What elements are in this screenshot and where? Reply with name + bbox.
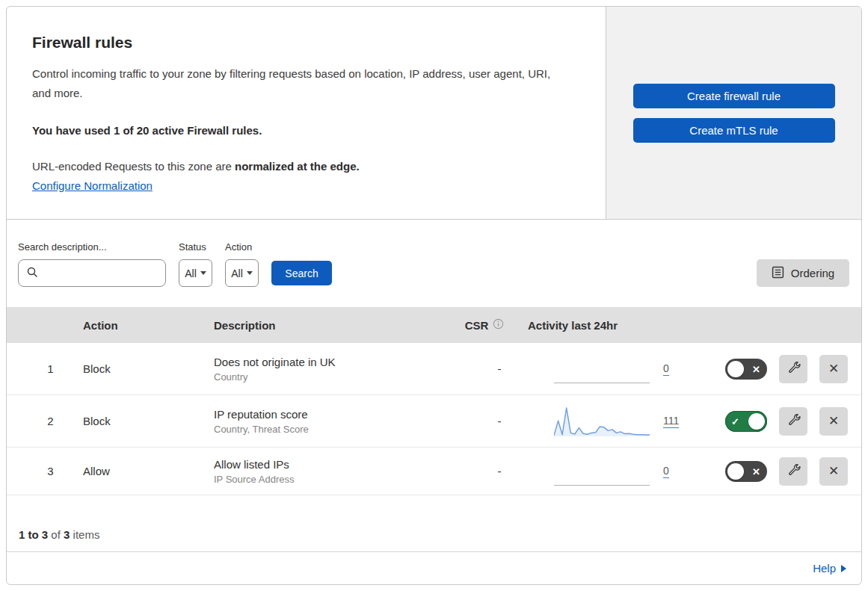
- rule-description: Allow listed IPs IP Source Address: [209, 458, 451, 485]
- pagination-range: 1 to 3: [19, 528, 48, 541]
- flat-activity-line: [554, 485, 650, 486]
- column-activity: Activity last 24hr: [518, 319, 705, 332]
- status-filter-group: Status All: [179, 241, 212, 287]
- ordering-button[interactable]: Ordering: [757, 259, 849, 287]
- filter-bar: Search description... Status All Action …: [7, 220, 861, 307]
- ordering-list-icon: [772, 266, 784, 281]
- normalization-note-bold: normalized at the edge.: [235, 160, 360, 173]
- wrench-icon: [787, 413, 801, 430]
- rule-action: Block: [78, 362, 209, 375]
- search-box[interactable]: [18, 259, 166, 287]
- normalization-note: URL-encoded Requests to this zone are no…: [32, 160, 576, 173]
- pagination-of: of: [48, 528, 64, 541]
- toggle-knob: [727, 361, 744, 377]
- hero-actions-panel: Create firewall rule Create mTLS rule: [606, 7, 861, 219]
- create-mtls-rule-button[interactable]: Create mTLS rule: [633, 118, 835, 143]
- check-icon: ✓: [731, 415, 739, 427]
- column-action: Action: [78, 319, 209, 332]
- rule-controls: ✓ ✕ ✕: [705, 355, 861, 383]
- wrench-icon: [787, 361, 801, 377]
- rule-description-title: IP reputation score: [214, 408, 451, 421]
- rule-csr-value: -: [451, 465, 518, 477]
- activity-sparkline: [554, 353, 650, 386]
- status-select[interactable]: All: [179, 259, 212, 287]
- rule-description-title: Allow listed IPs: [214, 458, 451, 471]
- close-icon: ✕: [828, 361, 839, 377]
- status-select-value: All: [185, 267, 197, 279]
- status-label: Status: [179, 241, 212, 253]
- info-icon[interactable]: [493, 318, 504, 332]
- rule-description-fields: IP Source Address: [214, 474, 451, 485]
- page-title: Firewall rules: [32, 34, 576, 52]
- flat-activity-line: [554, 383, 650, 383]
- x-icon: ✕: [752, 465, 760, 477]
- rule-activity: 0: [518, 455, 705, 488]
- rule-description-fields: Country: [214, 371, 451, 383]
- search-group: Search description...: [18, 241, 166, 287]
- rule-description-title: Does not originate in UK: [214, 356, 451, 368]
- rule-controls: ✓ ✕ ✕: [705, 457, 861, 486]
- toggle-knob: [748, 413, 765, 430]
- help-row: Help: [7, 552, 861, 584]
- rule-action: Allow: [78, 465, 209, 477]
- usage-summary: You have used 1 of 20 active Firewall ru…: [32, 124, 576, 137]
- rule-description-fields: Country, Threat Score: [214, 424, 451, 435]
- table-row: 1 Block Does not originate in UK Country…: [7, 343, 861, 395]
- table-header-row: Action Description CSR Activity last 24h…: [7, 307, 861, 343]
- action-label: Action: [225, 241, 259, 253]
- hero-text-block: Firewall rules Control incoming traffic …: [7, 7, 606, 219]
- activity-count-link[interactable]: 0: [663, 465, 669, 478]
- ordering-button-label: Ordering: [791, 267, 834, 279]
- edit-rule-button[interactable]: [779, 407, 807, 436]
- chevron-down-icon: [247, 271, 253, 275]
- rule-priority: 2: [7, 415, 78, 427]
- table-row: 3 Allow Allow listed IPs IP Source Addre…: [7, 448, 861, 495]
- x-icon: ✕: [752, 363, 760, 374]
- close-icon: ✕: [828, 413, 839, 429]
- search-input[interactable]: [44, 267, 179, 279]
- delete-rule-button[interactable]: ✕: [819, 457, 848, 486]
- action-filter-group: Action All: [225, 241, 259, 287]
- action-select-value: All: [231, 267, 243, 279]
- search-label: Search description...: [18, 241, 166, 253]
- create-firewall-rule-button[interactable]: Create firewall rule: [633, 84, 835, 108]
- configure-normalization-link[interactable]: Configure Normalization: [32, 179, 153, 192]
- search-icon: [26, 266, 38, 281]
- table-row: 2 Block IP reputation score Country, Thr…: [7, 395, 861, 448]
- action-select[interactable]: All: [225, 259, 259, 287]
- edit-rule-button[interactable]: [779, 355, 807, 383]
- rule-enabled-toggle[interactable]: ✓ ✕: [725, 359, 767, 380]
- search-button[interactable]: Search: [271, 261, 332, 285]
- edit-rule-button[interactable]: [779, 457, 807, 486]
- rule-description: Does not originate in UK Country: [209, 356, 451, 383]
- column-description: Description: [209, 319, 451, 332]
- rule-action: Block: [78, 415, 209, 427]
- normalization-note-prefix: URL-encoded Requests to this zone are: [32, 160, 235, 173]
- rule-enabled-toggle[interactable]: ✓ ✕: [725, 411, 767, 432]
- rule-csr-value: -: [451, 362, 518, 375]
- rule-priority: 3: [7, 465, 78, 477]
- chevron-down-icon: [200, 271, 206, 275]
- hero-section: Firewall rules Control incoming traffic …: [7, 7, 861, 220]
- close-icon: ✕: [828, 463, 839, 479]
- activity-count-link[interactable]: 111: [663, 415, 679, 428]
- rule-activity: 0: [518, 353, 705, 386]
- rule-activity: 111: [518, 405, 705, 438]
- rule-controls: ✓ ✕ ✕: [705, 407, 861, 436]
- activity-sparkline: [554, 455, 650, 488]
- column-csr: CSR: [451, 318, 518, 332]
- rule-csr-value: -: [451, 415, 518, 427]
- pagination-status: 1 to 3 of 3 items: [7, 495, 861, 552]
- rule-priority: 1: [7, 362, 78, 375]
- rule-enabled-toggle[interactable]: ✓ ✕: [725, 461, 767, 482]
- help-link[interactable]: Help: [813, 562, 846, 575]
- activity-count-link[interactable]: 0: [663, 362, 669, 376]
- wrench-icon: [787, 463, 801, 480]
- delete-rule-button[interactable]: ✕: [819, 355, 848, 383]
- delete-rule-button[interactable]: ✕: [819, 407, 848, 436]
- firewall-rules-panel: Firewall rules Control incoming traffic …: [6, 6, 862, 585]
- activity-sparkline: [554, 405, 650, 438]
- toggle-knob: [727, 463, 744, 480]
- rule-description: IP reputation score Country, Threat Scor…: [209, 408, 451, 435]
- column-csr-label: CSR: [465, 319, 489, 332]
